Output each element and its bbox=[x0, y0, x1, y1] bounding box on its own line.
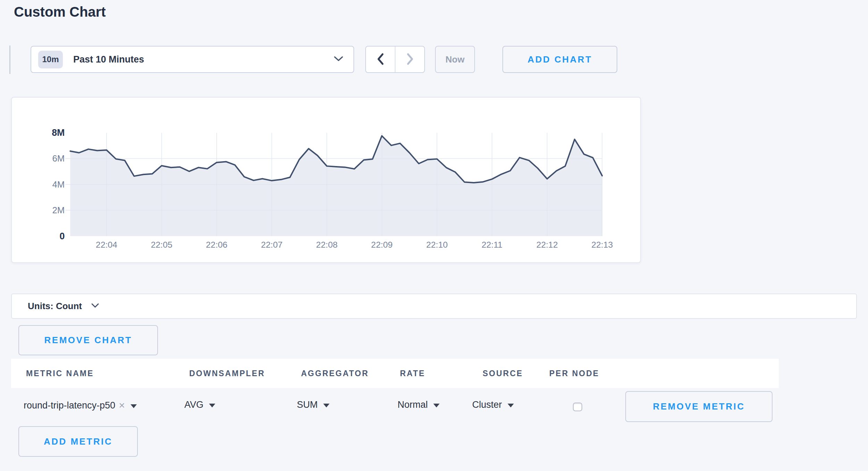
column-header-downsampler: DOWNSAMPLER bbox=[189, 359, 265, 388]
page-title: Custom Chart bbox=[14, 4, 106, 20]
now-button[interactable]: Now bbox=[435, 46, 475, 73]
remove-metric-button[interactable]: REMOVE METRIC bbox=[625, 391, 773, 422]
caret-down-icon bbox=[508, 404, 514, 407]
aggregator-value: SUM bbox=[297, 399, 318, 410]
chart-card: 22:0422:0522:0622:0722:0822:0922:1022:11… bbox=[11, 97, 641, 263]
rate-value: Normal bbox=[398, 399, 428, 410]
svg-text:8M: 8M bbox=[52, 127, 65, 138]
time-range-dropdown[interactable]: 10m Past 10 Minutes bbox=[31, 46, 354, 73]
metrics-table-header: METRIC NAME DOWNSAMPLER AGGREGATOR RATE … bbox=[11, 359, 779, 388]
metric-name-value: round-trip-latency-p50 bbox=[24, 400, 115, 411]
add-metric-button[interactable]: ADD METRIC bbox=[18, 426, 138, 457]
caret-down-icon bbox=[209, 404, 215, 407]
svg-text:2M: 2M bbox=[52, 205, 65, 215]
units-dropdown[interactable]: Units: Count bbox=[11, 294, 857, 319]
downsampler-select[interactable]: AVG bbox=[184, 399, 215, 410]
svg-text:22:04: 22:04 bbox=[96, 240, 117, 249]
caret-down-icon bbox=[131, 404, 137, 408]
svg-text:22:06: 22:06 bbox=[206, 240, 227, 249]
svg-text:22:11: 22:11 bbox=[482, 240, 502, 249]
caret-down-icon bbox=[323, 404, 329, 407]
caret-down-icon bbox=[433, 404, 440, 407]
per-node-checkbox[interactable] bbox=[573, 403, 582, 411]
add-chart-button[interactable]: ADD CHART bbox=[502, 46, 617, 73]
time-range-label: Past 10 Minutes bbox=[73, 54, 144, 65]
aggregator-select[interactable]: SUM bbox=[297, 399, 329, 410]
column-header-aggregator: AGGREGATOR bbox=[301, 359, 369, 388]
toolbar-left-divider bbox=[9, 46, 10, 74]
svg-text:22:05: 22:05 bbox=[151, 240, 172, 249]
source-value: Cluster bbox=[472, 399, 502, 410]
chevron-right-icon bbox=[406, 52, 414, 67]
svg-text:22:07: 22:07 bbox=[261, 240, 283, 249]
units-label: Units: Count bbox=[28, 301, 82, 312]
svg-text:22:12: 22:12 bbox=[536, 240, 558, 249]
time-series-chart[interactable]: 22:0422:0522:0622:0722:0822:0922:1022:11… bbox=[12, 98, 640, 262]
time-step-button-group bbox=[365, 46, 425, 73]
metric-name-select[interactable]: round-trip-latency-p50 × bbox=[24, 399, 137, 411]
chevron-left-icon bbox=[376, 52, 385, 67]
svg-text:6M: 6M bbox=[52, 154, 65, 163]
column-header-rate: RATE bbox=[400, 359, 425, 388]
svg-text:4M: 4M bbox=[52, 180, 65, 189]
column-header-metric-name: METRIC NAME bbox=[26, 359, 94, 388]
clear-metric-icon[interactable]: × bbox=[119, 399, 125, 411]
downsampler-value: AVG bbox=[184, 399, 203, 410]
column-header-per-node: PER NODE bbox=[549, 359, 599, 388]
custom-chart-page: Custom Chart 10m Past 10 Minutes Now ADD… bbox=[0, 0, 868, 471]
rate-select[interactable]: Normal bbox=[398, 399, 440, 410]
svg-text:22:13: 22:13 bbox=[591, 240, 613, 249]
remove-chart-button[interactable]: REMOVE CHART bbox=[18, 325, 158, 355]
time-forward-button[interactable] bbox=[395, 47, 424, 72]
svg-text:22:10: 22:10 bbox=[426, 240, 448, 249]
svg-text:0: 0 bbox=[59, 231, 65, 241]
svg-text:22:09: 22:09 bbox=[371, 240, 393, 249]
time-range-badge: 10m bbox=[38, 51, 63, 68]
svg-text:22:08: 22:08 bbox=[316, 240, 337, 249]
source-select[interactable]: Cluster bbox=[472, 399, 514, 410]
column-header-source: SOURCE bbox=[483, 359, 523, 388]
time-back-button[interactable] bbox=[366, 47, 395, 72]
chevron-down-icon bbox=[333, 55, 344, 64]
chevron-down-icon bbox=[91, 303, 99, 310]
